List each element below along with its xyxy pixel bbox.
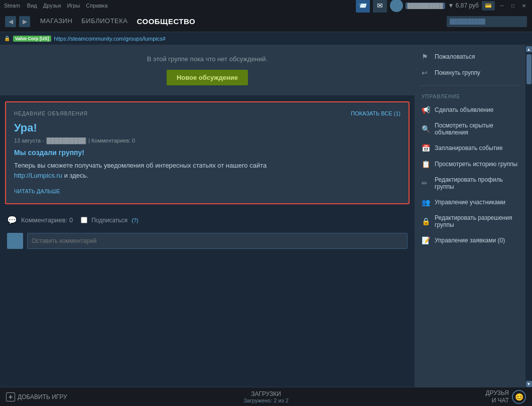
announcements-header: НЕДАВНИЕ ОБЪЯВЛЕНИЯ ПОКАЗАТЬ ВСЕ (1) [14, 110, 401, 116]
subscribe-checkbox[interactable] [81, 217, 87, 223]
right-sidebar: ⚑ Пожаловаться ↩ Покинуть группу УПРАВЛЕ… [415, 45, 525, 387]
announcement-subheading[interactable]: Мы создали группу! [14, 149, 401, 157]
friends-chat-button[interactable]: ДРУЗЬЯИ ЧАТ 😊 [486, 389, 526, 404]
menu-help[interactable]: Справка [86, 3, 107, 9]
sidebar-view-hidden[interactable]: 🔍 Посмотреть скрытые объявления [420, 119, 520, 139]
title-bar-left: Steam Вид Друзья Игры Справка [4, 3, 108, 9]
comments-section: 💬 Комментариев: 0 Подписаться (?) [0, 210, 415, 230]
close-button[interactable]: ✕ [520, 2, 528, 10]
help-link[interactable]: (?) [131, 217, 138, 223]
sidebar-view-history[interactable]: 📋 Просмотреть историю группы [420, 158, 520, 171]
search-bar[interactable]: ██████████ [447, 16, 527, 27]
body-text-1: Теперь вы сможете получать уведомления о… [14, 162, 267, 169]
center-area: В этой группе пока что нет обсуждений. Н… [0, 45, 415, 387]
sidebar-edit-profile[interactable]: ✏ Редактировать профиль группы [420, 174, 520, 193]
subscribe-label: Подписаться [91, 217, 127, 224]
menu-view[interactable]: Вид [27, 3, 37, 9]
back-button[interactable]: ◀ [5, 16, 16, 27]
sidebar-schedule-event[interactable]: 📅 Запланировать событие [420, 142, 520, 155]
scroll-down-button[interactable]: ▼ [526, 381, 532, 387]
title-bar-menu: Вид Друзья Игры Справка [27, 3, 108, 9]
announcement-meta: 13 августа - ██████████ | Комментариев: … [14, 138, 401, 144]
announcement-body: Теперь вы сможете получать уведомления о… [14, 161, 401, 180]
friends-label: ДРУЗЬЯИ ЧАТ [486, 389, 509, 404]
nav-community[interactable]: СООБЩЕСТВО [137, 17, 196, 26]
lock-mgmt-icon: 🔒 [422, 217, 431, 225]
leave-label: Покинуть группу [435, 69, 480, 76]
view-history-label: Просмотреть историю группы [435, 161, 517, 168]
manage-requests-label: Управление заявками (0) [435, 237, 505, 244]
discussion-empty-section: В этой группе пока что нет обсуждений. Н… [0, 45, 415, 95]
menu-games[interactable]: Игры [67, 3, 80, 9]
forward-button[interactable]: ▶ [19, 16, 30, 27]
maximize-button[interactable]: □ [509, 2, 517, 10]
app-title: Steam [4, 3, 20, 9]
url-text[interactable]: https://steamcommunity.com/groups/lumpic… [54, 36, 166, 42]
edit-permissions-label: Редактировать разрешения группы [435, 214, 518, 228]
calendar-icon: 📅 [422, 144, 431, 152]
requests-icon: 📝 [422, 236, 431, 244]
flag-icon: ⚑ [422, 53, 431, 61]
meta-author: ██████████ [46, 138, 87, 144]
comments-count: Комментариев: 0 [21, 216, 73, 224]
add-game-label: ДОБАВИТЬ ИГРУ [18, 393, 67, 400]
comment-input[interactable] [27, 233, 408, 249]
manage-members-label: Управление участниками [435, 199, 505, 206]
edit-icon: ✏ [422, 179, 431, 187]
nav-bar-right: ██████████ [447, 16, 527, 27]
scrollbar[interactable]: ▲ ▼ [525, 45, 532, 387]
envelope-button[interactable]: ✉ [373, 0, 387, 13]
discussion-empty-text: В этой группе пока что нет обсуждений. [10, 55, 405, 63]
friends-icon: 😊 [512, 390, 526, 404]
wallet-icon-btn[interactable]: 💳 [482, 1, 495, 11]
sidebar-manage-requests[interactable]: 📝 Управление заявками (0) [420, 234, 520, 247]
valve-badge: Valve Corp [US] [13, 36, 51, 42]
schedule-event-label: Запланировать событие [435, 145, 503, 152]
scroll-up-button[interactable]: ▲ [526, 46, 532, 52]
downloads-sub: Загружено: 2 из 2 [243, 397, 289, 403]
nav-arrows: ◀ ▶ [5, 16, 30, 27]
downloads-center[interactable]: ЗАГРУЗКИ Загружено: 2 из 2 [243, 390, 289, 403]
user-avatar-area[interactable]: ██████████ [390, 0, 445, 12]
menu-friends[interactable]: Друзья [43, 3, 61, 9]
add-game-button[interactable]: + ДОБАВИТЬ ИГРУ [6, 392, 67, 401]
meta-date: 13 августа - [14, 138, 44, 144]
announcement-title[interactable]: Ура! [14, 121, 401, 134]
username-bar: ██████████ [406, 3, 445, 9]
announcements-label: НЕДАВНИЕ ОБЪЯВЛЕНИЯ [14, 111, 88, 116]
management-label: УПРАВЛЕНИЕ [420, 92, 520, 100]
nav-store[interactable]: МАГАЗИН [40, 17, 72, 26]
megaphone-icon: 📢 [422, 106, 431, 114]
wallet-price[interactable]: ▼ 6,87 руб [448, 2, 479, 9]
members-icon: 👥 [422, 198, 431, 206]
lock-icon: 🔒 [4, 36, 10, 41]
show-all-link[interactable]: ПОКАЗАТЬ ВСЕ (1) [351, 110, 401, 116]
leave-icon: ↩ [422, 69, 431, 77]
add-game-icon: + [6, 392, 15, 401]
title-bar: Steam Вид Друзья Игры Справка 📨 ✉ ██████… [0, 0, 532, 11]
sidebar-leave[interactable]: ↩ Покинуть группу [420, 66, 520, 79]
edit-profile-label: Редактировать профиль группы [435, 176, 518, 190]
sidebar-make-announcement[interactable]: 📢 Сделать объявление [420, 103, 520, 116]
nav-bar: ◀ ▶ МАГАЗИН БИБЛИОТЕКА СООБЩЕСТВО ██████… [0, 11, 532, 32]
url-bar: 🔒 Valve Corp [US] https://steamcommunity… [0, 32, 532, 45]
read-more-link[interactable]: ЧИТАТЬ ДАЛЬШЕ [14, 188, 60, 194]
new-discussion-button[interactable]: Новое обсуждение [167, 70, 248, 85]
scrollbar-thumb[interactable] [526, 54, 531, 84]
minimize-button[interactable]: ─ [498, 2, 506, 10]
view-hidden-label: Посмотреть скрытые объявления [435, 122, 518, 136]
main-content: В этой группе пока что нет обсуждений. Н… [0, 45, 532, 387]
sidebar-report[interactable]: ⚑ Пожаловаться [420, 50, 520, 63]
search-placeholder: ██████████ [450, 19, 485, 24]
sidebar-manage-members[interactable]: 👥 Управление участниками [420, 196, 520, 209]
nav-library[interactable]: БИБЛИОТЕКА [81, 17, 127, 26]
sidebar-divider-1 [420, 85, 520, 86]
bottom-bar: + ДОБАВИТЬ ИГРУ ЗАГРУЗКИ Загружено: 2 из… [0, 387, 532, 406]
search-icon: 🔍 [422, 125, 431, 133]
history-icon: 📋 [422, 160, 431, 168]
report-label: Пожаловаться [435, 53, 475, 60]
notification-button[interactable]: 📨 [356, 0, 370, 13]
title-bar-right: 📨 ✉ ██████████ ▼ 6,87 руб 💳 ─ □ ✕ [356, 0, 528, 13]
sidebar-edit-permissions[interactable]: 🔒 Редактировать разрешения группы [420, 212, 520, 231]
body-link[interactable]: http://Lumpics.ru [14, 172, 62, 179]
